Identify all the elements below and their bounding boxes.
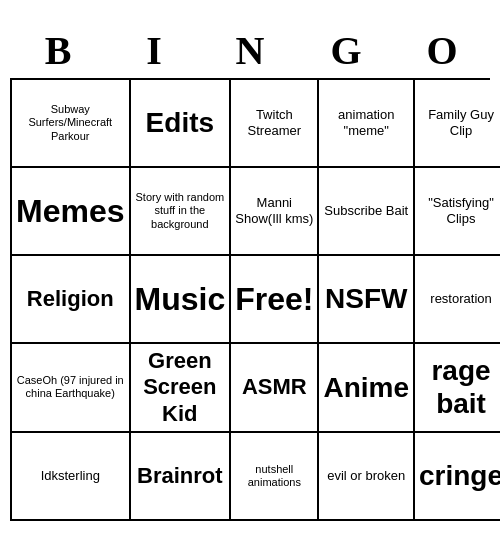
cell-9: "Satisfying" Clips [415, 168, 500, 256]
cell-0: Subway Surfers/Minecraft Parkour [12, 80, 131, 168]
letter-n: N [206, 27, 294, 74]
cell-18: Anime [319, 344, 415, 433]
cell-11: Music [131, 256, 232, 344]
cell-14: restoration [415, 256, 500, 344]
cell-4: Family Guy Clip [415, 80, 500, 168]
cell-24: cringe [415, 433, 500, 521]
cell-8: Subscribe Bait [319, 168, 415, 256]
cell-5: Memes [12, 168, 131, 256]
bingo-container: B I N G O Subway Surfers/Minecraft Parko… [10, 23, 490, 521]
cell-22: nutshell animations [231, 433, 319, 521]
cell-15: CaseOh (97 injured in china Earthquake) [12, 344, 131, 433]
cell-13: NSFW [319, 256, 415, 344]
bingo-grid: Subway Surfers/Minecraft ParkourEditsTwi… [10, 78, 490, 521]
cell-19: rage bait [415, 344, 500, 433]
letter-i: I [110, 27, 198, 74]
cell-1: Edits [131, 80, 232, 168]
letter-b: B [14, 27, 102, 74]
cell-23: evil or broken [319, 433, 415, 521]
cell-21: Brainrot [131, 433, 232, 521]
cell-16: Green Screen Kid [131, 344, 232, 433]
cell-20: Idksterling [12, 433, 131, 521]
cell-3: animation "meme" [319, 80, 415, 168]
cell-7: Manni Show(Ill kms) [231, 168, 319, 256]
bingo-title: B I N G O [10, 23, 490, 78]
cell-2: Twitch Streamer [231, 80, 319, 168]
cell-6: Story with random stuff in the backgroun… [131, 168, 232, 256]
letter-g: G [302, 27, 390, 74]
cell-17: ASMR [231, 344, 319, 433]
cell-12: Free! [231, 256, 319, 344]
cell-10: Religion [12, 256, 131, 344]
letter-o: O [398, 27, 486, 74]
